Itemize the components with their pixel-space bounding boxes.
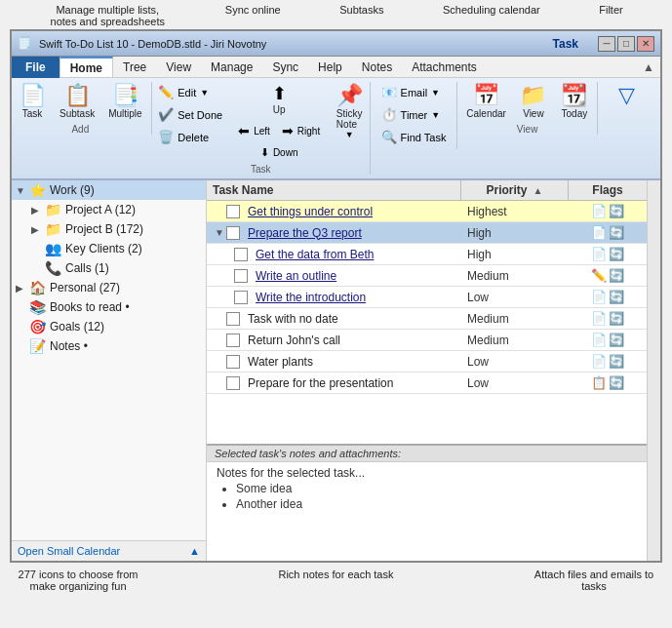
table-row[interactable]: Task with no date Medium 📄 🔄 [207, 308, 647, 330]
sidebar-item-work[interactable]: ▼ ⭐ Work (9) [12, 180, 206, 200]
task-name-1[interactable]: Get things under control [244, 203, 461, 220]
table-row[interactable]: Get things under control Highest 📄 🔄 [207, 201, 647, 222]
refresh-flag-icon-5[interactable]: 🔄 [609, 290, 624, 304]
empty-flag-8a[interactable]: 📄 [591, 354, 607, 369]
note-blue-flag-icon[interactable]: 📋 [591, 375, 607, 390]
tab-file[interactable]: File [12, 57, 59, 78]
close-button[interactable]: ✕ [637, 36, 654, 52]
task-button[interactable]: 📄 Task [14, 82, 51, 122]
table-row[interactable]: Water plants Low 📄 🔄 [207, 351, 647, 373]
sidebar-item-books[interactable]: 📚 Books to read • [12, 297, 206, 317]
task-name-9[interactable]: Prepare for the presentation [244, 374, 461, 392]
tab-attachments[interactable]: Attachments [402, 57, 487, 77]
view-buttons: 📅 Calendar 📁 View 📆 Today [461, 82, 593, 122]
sidebar-item-personal[interactable]: ▶ 🏠 Personal (27) [12, 278, 206, 297]
task-name-8[interactable]: Water plants [244, 353, 461, 371]
email-button[interactable]: 📧 Email ▼ [376, 82, 452, 102]
task-name-2[interactable]: Prepare the Q3 report [244, 224, 461, 242]
left-button[interactable]: ⬅ Left [233, 120, 275, 141]
empty-flag-6a[interactable]: 📄 [591, 311, 607, 326]
refresh-flag-icon-4[interactable]: 🔄 [609, 268, 624, 283]
doc-flag-icon[interactable]: 📄 [591, 204, 607, 218]
find-task-button[interactable]: 🔍 Find Task [376, 127, 452, 147]
task-check-3[interactable] [234, 248, 248, 261]
task-name-6[interactable]: Task with no date [244, 310, 461, 328]
task-check-5[interactable] [234, 291, 248, 304]
scrollbar[interactable] [647, 180, 660, 561]
task-name-7[interactable]: Return John's call [244, 332, 461, 349]
work-expand-icon[interactable]: ▼ [16, 185, 29, 196]
task-check-2[interactable] [226, 226, 240, 240]
project-b-icon: 📁 [45, 221, 61, 237]
multiple-button[interactable]: 📑 Multiple [103, 82, 146, 122]
empty-flag-7a[interactable]: 📄 [591, 333, 607, 347]
task-check-6[interactable] [226, 312, 240, 326]
refresh-green-flag-icon[interactable]: 🔄 [609, 354, 624, 369]
doc-flag-icon-2[interactable]: 📄 [591, 225, 607, 240]
task-name-5[interactable]: Write the introduction [252, 289, 461, 306]
sidebar-item-project-b[interactable]: ▶ 📁 Project B (172) [12, 219, 206, 239]
edit-flag-icon[interactable]: ✏️ [591, 268, 607, 283]
priority-sort-icon[interactable]: ▲ [534, 185, 543, 196]
sidebar-footer[interactable]: Open Small Calendar ▲ [12, 540, 206, 561]
minimize-button[interactable]: ─ [598, 36, 615, 52]
project-b-expand-icon[interactable]: ▶ [31, 224, 45, 235]
tab-view[interactable]: View [156, 57, 201, 77]
doc-flag-icon-5[interactable]: 📄 [591, 290, 607, 304]
maximize-button[interactable]: □ [617, 36, 635, 52]
empty-flag-1[interactable]: 📄 [591, 247, 607, 261]
table-row[interactable]: Get the data from Beth High 📄 🔄 [207, 244, 647, 265]
table-row[interactable]: Return John's call Medium 📄 🔄 [207, 330, 647, 351]
table-row[interactable]: Write an outline Medium ✏️ 🔄 [207, 265, 647, 287]
tab-sync[interactable]: Sync [262, 57, 308, 77]
table-row[interactable]: ▼ Prepare the Q3 report High 📄 🔄 [207, 222, 647, 244]
delete-button[interactable]: 🗑️ Delete [153, 127, 227, 147]
task-name-3[interactable]: Get the data from Beth [252, 246, 461, 263]
tab-home[interactable]: Home [59, 57, 113, 77]
sidebar-item-goals[interactable]: 🎯 Goals (12) [12, 317, 206, 336]
task-name-4[interactable]: Write an outline [252, 267, 461, 285]
timer-button[interactable]: ⏱️ Timer ▼ [376, 104, 452, 125]
multiple-label: Multiple [108, 108, 141, 119]
sidebar-item-calls[interactable]: 📞 Calls (1) [12, 258, 206, 278]
add-buttons: 📄 Task 📋 Subtask 📑 Multiple [14, 82, 147, 122]
empty-flag-6b[interactable]: 🔄 [609, 311, 624, 326]
personal-expand-icon[interactable]: ▶ [16, 283, 29, 294]
project-a-expand-icon[interactable]: ▶ [31, 205, 45, 216]
sidebar-item-project-a[interactable]: ▶ 📁 Project A (12) [12, 200, 206, 219]
task-check-1[interactable] [226, 205, 240, 218]
edit-button[interactable]: ✏️ Edit ▼ [153, 82, 227, 102]
down-button[interactable]: ⬇ Down [256, 143, 303, 162]
calendar-button[interactable]: 📅 Calendar [461, 82, 511, 122]
personal-label: Personal (27) [50, 281, 120, 294]
tab-tree[interactable]: Tree [113, 57, 156, 77]
tab-help[interactable]: Help [308, 57, 352, 77]
main-area: ▼ ⭐ Work (9) ▶ 📁 Project A (12) ▶ 📁 Proj… [12, 180, 660, 561]
table-row[interactable]: Write the introduction Low 📄 🔄 [207, 287, 647, 308]
refresh-flag-icon-2[interactable]: 🔄 [609, 225, 624, 240]
scroll-up-icon[interactable]: ▲ [637, 60, 660, 74]
today-button[interactable]: 📆 Today [556, 82, 593, 122]
tab-manage[interactable]: Manage [201, 57, 262, 77]
empty-flag-7b[interactable]: 🔄 [609, 333, 624, 347]
sidebar-item-key-clients[interactable]: 👥 Key Clients (2) [12, 239, 206, 258]
task-check-8[interactable] [226, 355, 240, 369]
refresh-flag-icon[interactable]: 🔄 [609, 204, 624, 218]
header-priority[interactable]: Priority ▲ [461, 180, 569, 200]
view-button[interactable]: 📁 View [515, 82, 552, 122]
sidebar-item-notes[interactable]: 📝 Notes • [12, 336, 206, 356]
subtask-button[interactable]: 📋 Subtask [55, 82, 99, 122]
up-button[interactable]: ⬆ Up [263, 82, 295, 118]
expand-icon-2[interactable]: ▼ [215, 227, 226, 238]
task-check-7[interactable] [226, 334, 240, 347]
empty-flag-2[interactable]: 🔄 [609, 247, 624, 261]
filter-button[interactable]: ▽ [608, 82, 645, 111]
right-button[interactable]: ➡ Right [277, 120, 325, 141]
empty-flag-9b[interactable]: 🔄 [609, 375, 624, 390]
sticky-note-button[interactable]: 📌 StickyNote ▼ [331, 82, 368, 142]
task-check-9[interactable] [226, 376, 240, 390]
task-check-4[interactable] [234, 269, 248, 283]
set-done-button[interactable]: ✔️ Set Done [153, 104, 227, 125]
tab-notes[interactable]: Notes [352, 57, 402, 77]
table-row[interactable]: Prepare for the presentation Low 📋 🔄 [207, 373, 647, 394]
